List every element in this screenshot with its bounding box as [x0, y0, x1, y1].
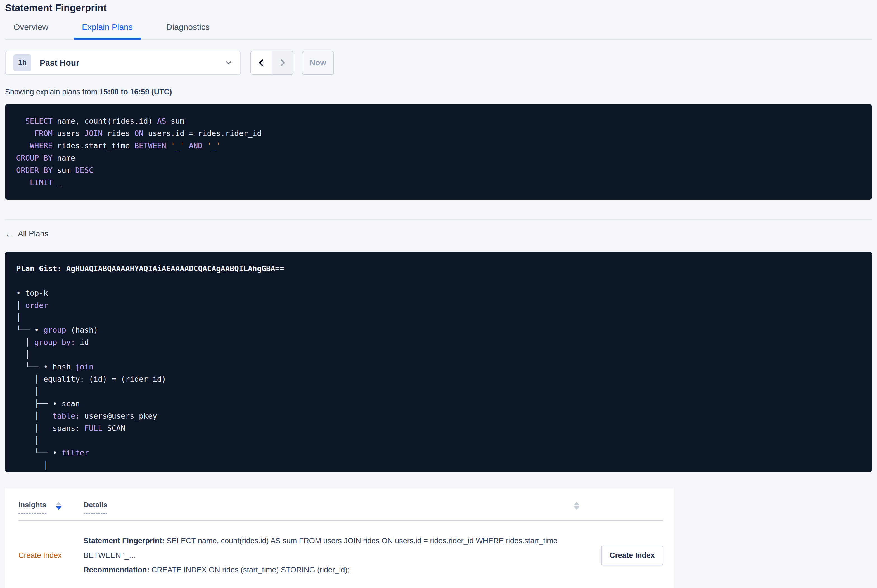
- time-range-dropdown[interactable]: 1h Past Hour: [5, 51, 241, 75]
- chevron-right-icon: [278, 57, 287, 68]
- time-step-buttons: [250, 51, 293, 75]
- showing-range-text: Showing explain plans from 15:00 to 16:5…: [5, 88, 872, 96]
- tab-explain-plans[interactable]: Explain Plans: [74, 22, 141, 39]
- sql-fingerprint-panel: SELECT name, count(rides.id) AS sum FROM…: [5, 104, 872, 200]
- tab-overview[interactable]: Overview: [5, 22, 57, 39]
- all-plans-label: All Plans: [18, 229, 48, 238]
- sort-details-icon[interactable]: [574, 502, 579, 510]
- chevron-down-icon: [225, 59, 233, 67]
- now-button[interactable]: Now: [302, 51, 334, 75]
- chevron-left-icon: [257, 57, 266, 68]
- page-title: Statement Fingerprint: [5, 0, 872, 14]
- tab-bar: Overview Explain Plans Diagnostics: [5, 22, 872, 39]
- plan-gist-panel: Plan Gist: AgHUAQIABQAAAAHYAQIAiAEAAAADC…: [5, 252, 872, 472]
- all-plans-link[interactable]: ← All Plans: [5, 229, 48, 238]
- insight-type-link[interactable]: Create Index: [18, 551, 62, 560]
- time-range-badge: 1h: [14, 54, 31, 72]
- sort-insights-icon[interactable]: [56, 502, 62, 510]
- insights-table-header: Insights Details: [18, 488, 663, 520]
- create-index-button[interactable]: Create Index: [601, 546, 663, 566]
- table-row: Create Index Statement Fingerprint: SELE…: [18, 521, 663, 588]
- tab-diagnostics[interactable]: Diagnostics: [158, 22, 218, 39]
- previous-time-button[interactable]: [251, 51, 272, 74]
- time-range-label: Past Hour: [40, 58, 225, 68]
- showing-range: 15:00 to 16:59 (UTC): [99, 88, 172, 96]
- details-column-label[interactable]: Details: [84, 501, 107, 514]
- details-column-header: Details: [84, 501, 579, 514]
- arrow-left-icon: ←: [5, 230, 14, 238]
- next-time-button[interactable]: [272, 51, 293, 74]
- recommendation-text: CREATE INDEX ON rides (start_time) STORI…: [149, 566, 350, 574]
- recommendation-line: Recommendation: CREATE INDEX ON rides (s…: [84, 562, 579, 577]
- time-controls: 1h Past Hour Now: [5, 51, 872, 75]
- insight-details-cell: Statement Fingerprint: SELECT name, coun…: [84, 534, 579, 577]
- showing-prefix: Showing explain plans from: [5, 88, 99, 96]
- insights-column-header: Insights: [18, 501, 84, 514]
- statement-fingerprint-label: Statement Fingerprint:: [84, 537, 165, 545]
- statement-fingerprint-line: Statement Fingerprint: SELECT name, coun…: [84, 534, 579, 562]
- statement-fingerprint-page: Statement Fingerprint Overview Explain P…: [0, 0, 877, 588]
- insights-column-label[interactable]: Insights: [18, 501, 47, 514]
- recommendation-label: Recommendation:: [84, 566, 149, 574]
- insights-table-card: Insights Details Create Index Statement …: [5, 488, 674, 588]
